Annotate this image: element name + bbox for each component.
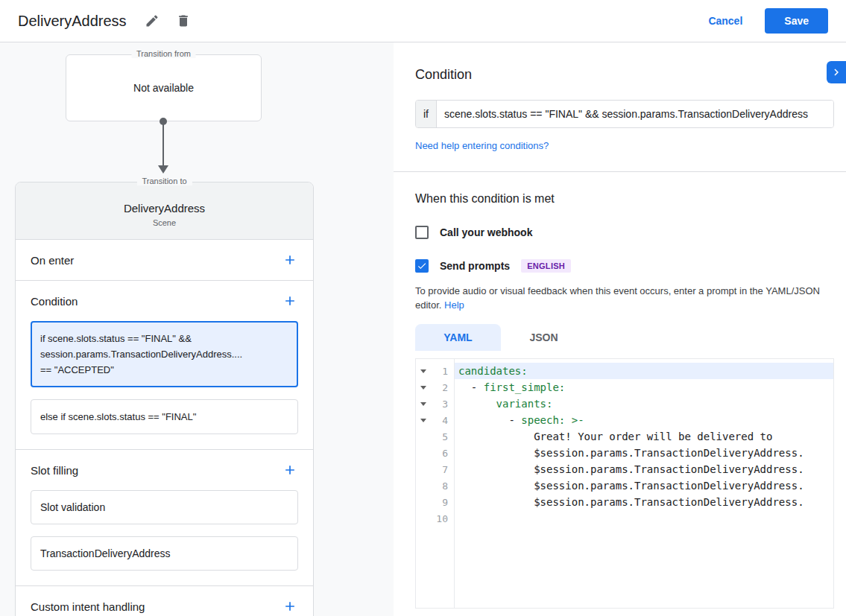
condition-section-label: Condition xyxy=(31,295,78,308)
condition-heading: Condition xyxy=(415,67,834,83)
when-met-heading: When this condition is met xyxy=(415,192,834,206)
on-enter-label: On enter xyxy=(31,254,74,267)
slot-filling-section: Slot filling xyxy=(16,450,313,490)
help-link[interactable]: Help xyxy=(444,299,464,311)
condition-text-line: == "ACCEPTED" xyxy=(40,362,288,378)
code-token-plain: $session.params.TransactionDeliveryAddre… xyxy=(458,480,804,492)
code-token-plain xyxy=(565,414,571,426)
line-number: 2 xyxy=(426,382,454,393)
prompt-description: To provide audio or visual feedback when… xyxy=(415,284,830,312)
code-token-key: speech: xyxy=(521,414,565,426)
code-token-plain: - xyxy=(458,381,484,393)
panel-divider xyxy=(394,171,846,172)
line-number: 4 xyxy=(426,415,454,426)
slot-card[interactable]: TransactionDeliveryAddress xyxy=(31,536,298,571)
code-line: variants: xyxy=(455,396,833,412)
fold-caret-icon[interactable] xyxy=(420,419,426,422)
delete-scene-button[interactable] xyxy=(174,12,192,30)
language-badge: ENGLISH xyxy=(521,259,571,273)
webhook-row: Call your webhook xyxy=(415,226,834,239)
condition-text-line: if scene.slots.status == "FINAL" && xyxy=(40,331,288,346)
condition-text-line: else if scene.slots.status == "FINAL" xyxy=(40,409,288,425)
code-line: candidates: xyxy=(455,363,833,379)
page-title: DeliveryAddress xyxy=(18,13,127,30)
code-line: $session.params.TransactionDeliveryAddre… xyxy=(455,461,833,477)
tab-json[interactable]: JSON xyxy=(501,324,587,351)
fold-caret-icon[interactable] xyxy=(420,369,426,373)
connector-arrowhead-icon xyxy=(158,165,168,174)
plus-icon xyxy=(282,599,297,614)
pencil-icon xyxy=(145,13,160,28)
add-custom-intent-button[interactable] xyxy=(282,598,298,615)
plus-icon xyxy=(282,293,297,308)
plus-icon xyxy=(282,253,297,267)
code-token-key: variants: xyxy=(496,398,553,410)
condition-expression-input[interactable] xyxy=(437,101,833,127)
code-token-plain: - xyxy=(458,414,521,426)
plus-icon xyxy=(282,463,297,477)
line-number: 7 xyxy=(426,464,454,475)
fold-caret-icon[interactable] xyxy=(420,402,426,406)
code-token-key: candidates: xyxy=(458,365,528,377)
gutter-line: 7 xyxy=(416,461,454,477)
custom-intent-label: Custom intent handling xyxy=(31,600,145,613)
checkmark-icon xyxy=(417,261,427,271)
custom-intent-section: Custom intent handling xyxy=(16,586,313,616)
scene-type: Scene xyxy=(16,218,313,227)
line-number: 3 xyxy=(426,399,454,410)
webhook-checkbox-label: Call your webhook xyxy=(440,226,532,238)
line-number: 5 xyxy=(426,431,454,442)
scene-card: Transition to DeliveryAddress Scene On e… xyxy=(15,182,314,616)
add-condition-button[interactable] xyxy=(282,293,298,309)
collapse-panel-button[interactable] xyxy=(827,61,846,83)
code-token-key: first_simple: xyxy=(484,381,566,393)
editor-tabs: YAML JSON xyxy=(415,324,834,351)
slot-filling-label: Slot filling xyxy=(31,464,78,477)
send-prompts-checkbox[interactable] xyxy=(415,259,429,273)
code-line xyxy=(455,510,833,527)
condition-list: if scene.slots.status == "FINAL" &&sessi… xyxy=(16,321,313,449)
gutter-line: 2 xyxy=(416,379,454,396)
gutter-line: 1 xyxy=(416,363,454,379)
scene-card-header: Transition to DeliveryAddress Scene xyxy=(16,182,313,240)
code-token-plain: $session.params.TransactionDeliveryAddre… xyxy=(458,496,804,508)
cancel-button[interactable]: Cancel xyxy=(708,15,742,27)
code-line: - first_simple: xyxy=(455,379,833,396)
line-number: 6 xyxy=(426,448,454,459)
line-number: 8 xyxy=(426,480,454,492)
save-button[interactable]: Save xyxy=(765,8,828,34)
webhook-checkbox[interactable] xyxy=(415,226,429,239)
transition-to-label: Transition to xyxy=(136,177,192,185)
add-slot-button[interactable] xyxy=(282,462,298,478)
rename-scene-button[interactable] xyxy=(143,12,161,30)
scene-name: DeliveryAddress xyxy=(16,202,313,215)
tab-yaml[interactable]: YAML xyxy=(415,324,501,351)
slot-card[interactable]: Slot validation xyxy=(31,490,298,524)
conditions-help-link[interactable]: Need help entering conditions? xyxy=(415,140,549,151)
condition-handler-card[interactable]: if scene.slots.status == "FINAL" &&sessi… xyxy=(31,321,298,387)
code-line: Great! Your order will be delivered to xyxy=(455,428,833,445)
scene-graph-panel: Transition from Not available Transition… xyxy=(0,42,394,616)
trash-icon xyxy=(176,13,191,28)
header: DeliveryAddress Cancel Save xyxy=(0,0,846,42)
gutter-line: 3 xyxy=(416,396,454,412)
fold-caret-icon[interactable] xyxy=(420,386,426,390)
line-number: 10 xyxy=(426,513,454,524)
code-token-plain: $session.params.TransactionDeliveryAddre… xyxy=(458,447,804,459)
chevron-right-icon xyxy=(830,66,843,79)
code-token-plain: $session.params.TransactionDeliveryAddre… xyxy=(458,463,804,475)
add-on-enter-button[interactable] xyxy=(282,252,298,268)
send-prompts-label: Send prompts xyxy=(440,260,510,272)
prompt-description-text: To provide audio or visual feedback when… xyxy=(415,285,820,311)
condition-text-line: session.params.TransactionDeliveryAddres… xyxy=(40,346,288,362)
gutter-line: 5 xyxy=(416,428,454,445)
code-line: $session.params.TransactionDeliveryAddre… xyxy=(455,477,833,494)
code-token-plain: Great! Your order will be delivered to xyxy=(458,431,772,442)
condition-handler-card[interactable]: else if scene.slots.status == "FINAL" xyxy=(31,399,298,434)
editor-code[interactable]: candidates: - first_simple: variants: - … xyxy=(455,359,833,608)
connector-line xyxy=(162,121,164,166)
send-prompts-row: Send prompts ENGLISH xyxy=(415,259,834,273)
scene-editor-app: DeliveryAddress Cancel Save Transition f… xyxy=(0,0,846,616)
prompt-editor: 1 2 3 4 5 6 7 8 9 10 candidates: - first… xyxy=(415,358,834,609)
line-number: 1 xyxy=(426,366,454,377)
